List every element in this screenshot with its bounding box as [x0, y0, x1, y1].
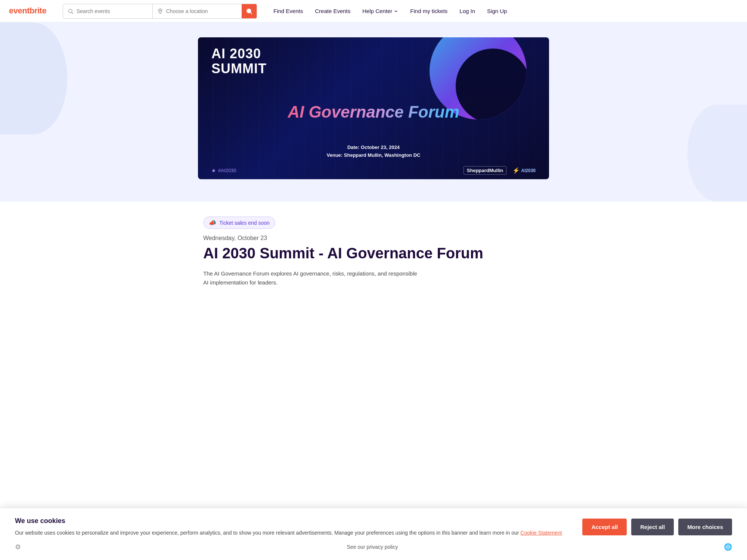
- search-input[interactable]: [77, 8, 148, 14]
- event-date: Wednesday, October 23: [203, 235, 544, 242]
- event-logo-top-left: AI 2030 SUMMIT: [211, 46, 267, 76]
- svg-marker-6: [212, 169, 216, 172]
- svg-point-3: [159, 10, 161, 11]
- blob-right: [687, 105, 747, 202]
- create-events-link[interactable]: Create Events: [310, 5, 355, 17]
- main-nav: Find Events Create Events Help Center Fi…: [269, 5, 511, 17]
- eventbrite-logo[interactable]: eventbrite: [9, 4, 54, 18]
- summit-title-line1: AI 2030: [211, 46, 267, 61]
- event-bottom-bar: #AI2030 SheppardMullin ⚡ AI2030: [198, 162, 549, 179]
- svg-point-4: [247, 9, 251, 13]
- content-area: 📣 Ticket sales end soon Wednesday, Octob…: [194, 202, 553, 317]
- search-section: [63, 4, 153, 18]
- svg-text:eventbrite: eventbrite: [9, 6, 46, 15]
- event-description: The AI Governance Forum explores AI gove…: [203, 269, 420, 287]
- signup-link[interactable]: Sign Up: [483, 5, 511, 17]
- hero-area: AI 2030 SUMMIT AI Governance Forum Date:…: [0, 22, 747, 202]
- location-input[interactable]: [166, 8, 238, 14]
- location-icon: [157, 8, 163, 14]
- logo-text: eventbrite: [9, 4, 54, 18]
- blob-left: [0, 22, 67, 134]
- find-events-link[interactable]: Find Events: [269, 5, 307, 17]
- hashtag-text: #AI2030: [218, 168, 236, 173]
- header: eventbrite Find Events Create Events Hel…: [0, 0, 747, 22]
- event-center-text: AI Governance Forum Date: October 23, 20…: [288, 103, 459, 159]
- badge-text: Ticket sales end soon: [219, 220, 270, 226]
- sponsor1-logo: SheppardMullin: [464, 166, 507, 175]
- location-section: [153, 4, 242, 18]
- venue-value: Sheppard Mullin, Washington DC: [344, 152, 421, 158]
- date-value: October 23, 2024: [361, 144, 400, 150]
- event-image-bg: AI 2030 SUMMIT AI Governance Forum Date:…: [198, 37, 549, 179]
- date-label: Date:: [347, 144, 360, 150]
- forum-title: AI Governance Forum: [288, 103, 459, 121]
- star-icon: [211, 168, 216, 173]
- venue-label: Venue:: [327, 152, 343, 158]
- search-button[interactable]: [242, 4, 257, 19]
- megaphone-icon: 📣: [209, 219, 216, 226]
- event-hashtag: #AI2030: [211, 168, 236, 173]
- help-center-link[interactable]: Help Center: [358, 5, 403, 17]
- sponsor-logos: SheppardMullin ⚡ AI2030: [464, 166, 536, 175]
- search-icon: [68, 8, 74, 14]
- event-date-venue: Date: October 23, 2024 Venue: Sheppard M…: [288, 144, 459, 159]
- shape-cutout: [456, 49, 527, 119]
- find-tickets-link[interactable]: Find my tickets: [406, 5, 452, 17]
- sponsor2-text: AI2030: [521, 168, 536, 173]
- login-link[interactable]: Log In: [455, 5, 480, 17]
- ticket-sales-badge: 📣 Ticket sales end soon: [203, 217, 275, 229]
- chevron-down-icon: [394, 9, 398, 13]
- event-title: AI 2030 Summit - AI Governance Forum: [203, 245, 544, 262]
- help-center-label: Help Center: [362, 8, 392, 14]
- sponsor2-logo: ⚡ AI2030: [512, 167, 536, 174]
- summit-title-line2: SUMMIT: [211, 61, 267, 76]
- svg-point-1: [69, 9, 72, 12]
- event-banner: AI 2030 SUMMIT AI Governance Forum Date:…: [198, 37, 549, 179]
- search-bar: [63, 4, 257, 19]
- svg-line-5: [250, 12, 252, 14]
- svg-line-2: [72, 12, 73, 14]
